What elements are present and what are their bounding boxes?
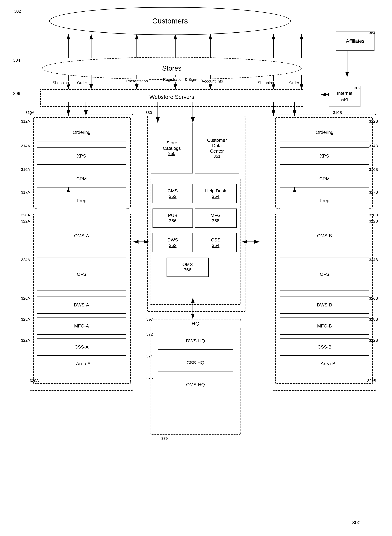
- ordering-b-box: Ordering: [280, 123, 369, 142]
- crm-b-box: CRM: [280, 170, 369, 188]
- ref-302: 302: [14, 9, 21, 14]
- css-b-box: CSS-B: [280, 338, 369, 356]
- account-info-label: Account Info: [202, 79, 223, 84]
- xps-b-box: XPS: [280, 147, 369, 165]
- ref-384: 384: [369, 31, 375, 35]
- ref-328b: 328B: [369, 317, 378, 322]
- ref-324b: 324B: [369, 258, 378, 262]
- prep-b-box: Prep: [280, 192, 369, 209]
- ref-320a-top: 320A: [21, 213, 30, 217]
- css-hq-box: CSS-HQ: [158, 354, 233, 371]
- mfg-box: MFG 358: [195, 208, 237, 228]
- oms-hq-box: OMS-HQ: [158, 376, 233, 393]
- mfg-b-box: MFG-B: [280, 317, 369, 335]
- ref-374: 374: [146, 354, 153, 359]
- ofs-b-box: OFS: [280, 258, 369, 291]
- store-catalogs-box: Store Catalogs 350: [151, 123, 193, 173]
- ref-322a-2: 322A: [21, 338, 30, 343]
- area-b-label: Area B: [289, 361, 368, 367]
- ref-320b-right: 320B: [369, 213, 378, 217]
- customer-data-center-box: Customer Data Center 351: [195, 123, 239, 173]
- prep-a-box: Prep: [37, 192, 126, 209]
- mfg-a-box: MFG-A: [37, 317, 126, 335]
- ofs-a-box: OFS: [37, 258, 126, 291]
- ref-314a: 314A: [21, 144, 30, 148]
- ref-300: 300: [352, 520, 360, 526]
- ref-306: 306: [13, 91, 20, 96]
- crm-a-box: CRM: [37, 170, 126, 188]
- affiliates-box: Affiliates: [336, 32, 374, 51]
- ref-317b: 317B: [369, 190, 378, 195]
- area-a-label: Area A: [44, 361, 123, 367]
- dws-hq-box: DWS-HQ: [158, 332, 233, 350]
- ref-376: 376: [146, 376, 153, 380]
- ref-322b-css: 322B: [369, 338, 378, 343]
- customers-ellipse: Customers: [49, 7, 291, 35]
- ref-314b: 314B: [369, 144, 378, 148]
- dws-a-box: DWS-A: [37, 296, 126, 314]
- ref-322a: 322A: [21, 219, 30, 224]
- stores-ellipse: Stores: [42, 57, 302, 80]
- ref-380: 380: [145, 110, 152, 115]
- ref-320a-bottom: 320A: [30, 379, 39, 383]
- customers-label: Customers: [152, 17, 188, 25]
- ref-317a: 317A: [21, 190, 30, 195]
- ref-316b: 316B: [369, 167, 378, 172]
- oms-a-box: OMS-A: [37, 219, 126, 252]
- ref-322b-oms: 322B: [369, 219, 378, 224]
- hq-label: HQ: [150, 321, 241, 327]
- ref-316a: 316A: [21, 167, 30, 172]
- ref-312b: 312B: [369, 119, 378, 124]
- presentation-label: Presentation: [126, 79, 148, 83]
- ref-326a: 326A: [21, 296, 30, 301]
- registration-label: Registration & Sign-In: [163, 77, 201, 82]
- cms-box: CMS 352: [153, 184, 193, 203]
- order-right-label: Order: [289, 81, 299, 85]
- ref-328a: 328A: [21, 317, 30, 322]
- dws-box: DWS 362: [153, 233, 193, 252]
- help-desk-box: Help Desk 354: [195, 184, 237, 203]
- shopping-left-label: Shopping: [53, 81, 69, 85]
- pub-box: PUB 356: [153, 208, 193, 228]
- stores-label: Stores: [162, 65, 182, 72]
- webstore-servers-label: Webstore Servers: [40, 94, 303, 100]
- ref-326b: 326B: [369, 296, 378, 301]
- oms-b-box: OMS-B: [280, 219, 369, 252]
- oms-box: OMS 366: [167, 258, 209, 277]
- css-box: CSS 364: [195, 233, 237, 252]
- ordering-a-box: Ordering: [37, 123, 126, 142]
- ref-379: 379: [161, 436, 168, 441]
- dws-b-box: DWS-B: [280, 296, 369, 314]
- ref-324a: 324A: [21, 258, 30, 262]
- order-left-label: Order: [77, 81, 87, 85]
- ref-320b-bottom: 320B: [367, 379, 376, 383]
- ref-372: 372: [146, 332, 153, 337]
- ref-312a: 312A: [21, 119, 30, 124]
- xps-a-box: XPS: [37, 147, 126, 165]
- css-a-box: CSS-A: [37, 338, 126, 356]
- shopping-right-label: Shopping: [258, 81, 274, 85]
- ref-304: 304: [13, 58, 20, 63]
- ref-382: 382: [354, 86, 360, 90]
